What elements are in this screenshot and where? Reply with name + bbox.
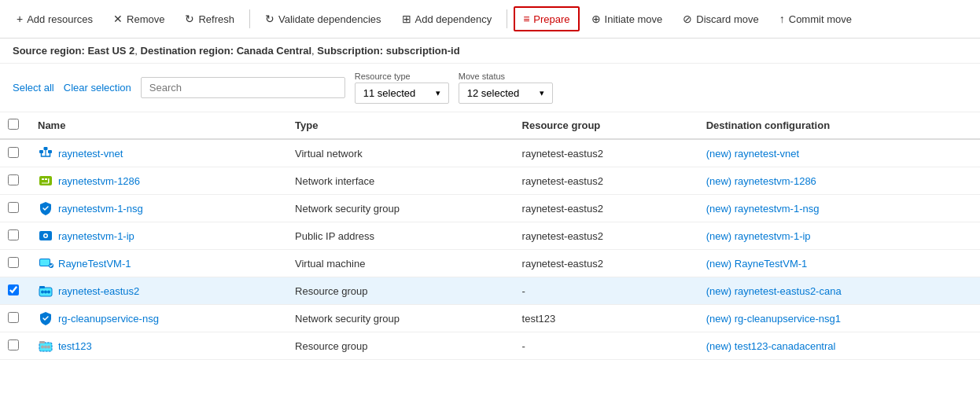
remove-icon: ✕ <box>113 13 123 25</box>
resource-type-cell-0: Virtual network <box>286 139 513 167</box>
resource-name-link-6[interactable]: rg-cleanupservice-nsg <box>58 313 159 325</box>
move-status-dropdown[interactable]: 12 selected ▾ <box>459 83 553 104</box>
add-resources-label: Add resources <box>27 13 93 25</box>
resource-name-link-1[interactable]: raynetestvm-1286 <box>58 175 140 187</box>
table-row[interactable]: raynetestvm-1-ip Public IP addressraynet… <box>0 222 980 250</box>
row-checkbox-3[interactable] <box>8 229 19 240</box>
resource-group-cell-7: - <box>513 332 697 360</box>
svg-point-11 <box>45 235 47 237</box>
svg-point-22 <box>41 346 44 349</box>
discard-move-icon: ⊘ <box>683 13 692 25</box>
discard-move-label: Discard move <box>696 13 758 25</box>
toolbar-btn-validate-dependencies[interactable]: ↻Validate dependencies <box>256 7 390 31</box>
move-status-chevron-icon: ▾ <box>540 88 544 98</box>
table-row[interactable]: raynetestvm-1-nsg Network security group… <box>0 195 980 222</box>
resource-icon-pip-3 <box>38 228 53 244</box>
name-cell-3: raynetestvm-1-ip <box>38 228 276 244</box>
resource-icon-nic-1 <box>38 173 53 189</box>
commit-move-label: Commit move <box>789 13 852 25</box>
toolbar-btn-discard-move[interactable]: ⊘Discard move <box>674 7 767 31</box>
svg-rect-21 <box>39 341 45 343</box>
destination-cell-4: (new) RayneTestVM-1 <box>697 250 980 277</box>
select-all-checkbox[interactable] <box>8 119 19 130</box>
destination-cell-5: (new) raynetest-eastus2-cana <box>697 277 980 305</box>
svg-rect-0 <box>39 150 43 153</box>
refresh-label: Refresh <box>198 13 234 25</box>
resource-icon-vnet-0 <box>38 145 53 161</box>
info-bar: Source region: East US 2, Destination re… <box>0 39 980 64</box>
table-row[interactable]: RayneTestVM-1 Virtual machineraynetest-e… <box>0 250 980 277</box>
resource-name-link-7[interactable]: test123 <box>58 340 92 352</box>
select-all-link[interactable]: Select all <box>13 82 54 94</box>
resource-name-link-5[interactable]: raynetest-eastus2 <box>58 285 139 297</box>
resource-name-link-0[interactable]: raynetest-vnet <box>58 148 123 160</box>
toolbar-btn-add-resources[interactable]: +Add resources <box>8 7 101 31</box>
resource-group-cell-0: raynetest-eastus2 <box>513 139 697 167</box>
table-header-row: NameTypeResource groupDestination config… <box>0 112 980 139</box>
resource-icon-nsg-6 <box>38 310 53 326</box>
svg-point-17 <box>41 291 44 294</box>
row-checkbox-5[interactable] <box>8 284 19 295</box>
toolbar-separator <box>507 9 507 28</box>
dest-value: Canada Central <box>237 45 311 57</box>
initiate-move-label: Initiate move <box>605 13 663 25</box>
row-checkbox-4[interactable] <box>8 257 19 268</box>
row-checkbox-1[interactable] <box>8 174 19 185</box>
col-header-destination-configuration: Destination configuration <box>697 112 980 139</box>
toolbar-btn-initiate-move[interactable]: ⊕Initiate move <box>583 7 672 31</box>
table-row[interactable]: test123 Resource group-(new) test123-can… <box>0 332 980 360</box>
toolbar-btn-add-dependency[interactable]: ⊞Add dependency <box>393 7 501 31</box>
resource-type-cell-4: Virtual machine <box>286 250 513 277</box>
add-resources-icon: + <box>17 13 23 25</box>
table-row[interactable]: raynetest-vnet Virtual networkraynetest-… <box>0 139 980 167</box>
refresh-icon: ↻ <box>185 13 194 25</box>
svg-rect-2 <box>44 147 48 150</box>
destination-cell-6: (new) rg-cleanupservice-nsg1 <box>697 305 980 332</box>
resource-icon-rg2-7 <box>38 338 53 354</box>
clear-selection-link[interactable]: Clear selection <box>64 82 131 94</box>
initiate-move-icon: ⊕ <box>591 13 601 25</box>
destination-cell-2: (new) raynetestvm-1-nsg <box>697 195 980 222</box>
resource-group-cell-2: raynetest-eastus2 <box>513 195 697 222</box>
toolbar-btn-commit-move[interactable]: ↑Commit move <box>771 7 860 31</box>
table-row[interactable]: raynetest-eastus2 Resource group-(new) r… <box>0 277 980 305</box>
source-value: East US 2 <box>87 45 134 57</box>
name-cell-4: RayneTestVM-1 <box>38 255 276 271</box>
svg-point-23 <box>44 346 47 349</box>
table-row[interactable]: raynetestvm-1286 Network interfaceraynet… <box>0 167 980 195</box>
name-cell-1: raynetestvm-1286 <box>38 173 276 189</box>
toolbar-btn-remove[interactable]: ✕Remove <box>105 7 173 31</box>
row-checkbox-6[interactable] <box>8 312 19 323</box>
prepare-icon: ≡ <box>523 13 529 25</box>
resource-group-cell-4: raynetest-eastus2 <box>513 250 697 277</box>
sub-value: subscription-id <box>386 45 460 57</box>
destination-cell-0: (new) raynetest-vnet <box>697 139 980 167</box>
svg-rect-1 <box>48 150 52 153</box>
row-checkbox-0[interactable] <box>8 147 19 158</box>
add-dependency-label: Add dependency <box>415 13 492 25</box>
toolbar-separator <box>249 9 250 28</box>
table-row[interactable]: rg-cleanupservice-nsg Network security g… <box>0 305 980 332</box>
source-label: Source region: <box>13 45 85 57</box>
svg-point-19 <box>47 291 50 294</box>
resource-name-link-4[interactable]: RayneTestVM-1 <box>58 258 131 270</box>
toolbar-btn-refresh[interactable]: ↻Refresh <box>176 7 243 31</box>
add-dependency-icon: ⊞ <box>402 13 411 25</box>
row-checkbox-7[interactable] <box>8 339 19 350</box>
resource-group-cell-6: test123 <box>513 305 697 332</box>
resource-table: NameTypeResource groupDestination config… <box>0 112 980 360</box>
resource-type-dropdown[interactable]: 11 selected ▾ <box>355 83 449 104</box>
resource-name-link-3[interactable]: raynetestvm-1-ip <box>58 230 134 242</box>
name-cell-6: rg-cleanupservice-nsg <box>38 310 276 326</box>
toolbar-btn-prepare[interactable]: ≡Prepare <box>514 6 579 31</box>
resource-name-link-2[interactable]: raynetestvm-1-nsg <box>58 203 143 215</box>
resource-icon-rg-5 <box>38 283 53 299</box>
svg-point-18 <box>44 291 47 294</box>
search-input[interactable] <box>141 77 345 98</box>
resource-group-cell-5: - <box>513 277 697 305</box>
row-checkbox-2[interactable] <box>8 202 19 213</box>
toolbar: +Add resources✕Remove↻Refresh↻Validate d… <box>0 0 980 39</box>
resource-type-label: Resource type <box>355 72 449 81</box>
name-cell-0: raynetest-vnet <box>38 145 276 161</box>
dest-label: Destination region: <box>141 45 234 57</box>
